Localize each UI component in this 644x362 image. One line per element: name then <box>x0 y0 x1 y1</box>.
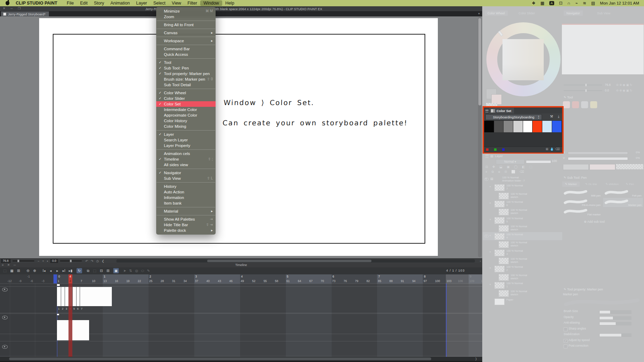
timeline-window-icons[interactable]: ≡ ✕ ─ <box>2 263 17 267</box>
document-tab[interactable]: Jerry-Rigged Storyboard* <box>1 12 49 16</box>
menu-item-color-set[interactable]: ✓Color Set <box>156 101 216 107</box>
onion-skin-icon[interactable]: ▣ <box>113 268 119 273</box>
ink-drop-icon[interactable]: 💧 <box>550 147 554 151</box>
timeline-ruler[interactable]: ▲▼ -101234567891471013161922252831343740… <box>0 274 482 283</box>
zoom-slider[interactable] <box>13 260 34 261</box>
menu-item-brush-size-marker-pen[interactable]: ⇧ 0Brush size: Marker pen <box>156 76 216 82</box>
menu-select[interactable]: Select <box>150 0 169 6</box>
menu-item-command-bar[interactable]: Command Bar <box>156 46 216 52</box>
menu-story[interactable]: Story <box>91 0 107 6</box>
dropbox-icon[interactable]: ❖ <box>532 1 536 5</box>
eye-icon[interactable] <box>2 316 8 319</box>
menu-item-palette-dock[interactable]: ▸Palette dock <box>156 228 216 233</box>
last-frame-icon[interactable]: ▸▮ <box>68 268 73 273</box>
playhead-column[interactable] <box>68 283 72 357</box>
window-controls[interactable]: ✕ ─ ❐ <box>3 7 23 10</box>
menu-item-layer-property[interactable]: Layer Property <box>156 143 216 148</box>
zoom-out-icon[interactable]: − <box>38 259 39 263</box>
mini-chip-2[interactable] <box>494 148 497 151</box>
menu-layer[interactable]: Layer <box>133 0 150 6</box>
eye-icon[interactable] <box>2 345 8 349</box>
menu-item-minimize[interactable]: ⌘ MMinimize <box>156 8 216 14</box>
mini-chip-3[interactable] <box>502 148 505 151</box>
reorder-icon[interactable]: ⇅ <box>128 268 133 273</box>
wrench-icon[interactable]: ⚒ <box>550 114 553 118</box>
menu-item-sub-tool-detail[interactable]: Sub Tool Detail <box>156 82 216 88</box>
menu-item-sub-view[interactable]: ⇧ LSub View <box>156 176 216 181</box>
menu-item-search-layer[interactable]: Search Layer <box>156 137 216 143</box>
menu-item-hide-title-bar[interactable]: ⇧ ⇥Hide Title Bar <box>156 222 216 228</box>
menu-animation[interactable]: Animation <box>107 0 133 6</box>
menu-item-navigator[interactable]: ✓Navigator <box>156 170 216 176</box>
headphones-icon[interactable]: ∩ <box>567 1 571 5</box>
zoom-in-icon[interactable]: + <box>42 259 44 263</box>
menu-file[interactable]: File <box>64 0 77 6</box>
zoom-out-icon[interactable]: ⊖ <box>25 268 31 273</box>
apple-menu-icon[interactable] <box>6 1 9 5</box>
rotation-value[interactable]: 0.0 <box>50 259 58 263</box>
undo-icon[interactable]: ↶ <box>85 259 88 263</box>
select-icon[interactable]: ⬚ <box>2 268 8 273</box>
menu-edit[interactable]: Edit <box>77 0 91 6</box>
stepper-icon[interactable]: ▲▼ <box>537 115 541 119</box>
first-frame-icon[interactable]: Ⅰ◂ <box>41 268 47 273</box>
menu-item-zoom[interactable]: Zoom <box>156 14 216 20</box>
new-cel-icon[interactable]: ⧉ <box>85 268 91 273</box>
zoom-value[interactable]: 76.8 <box>1 259 10 263</box>
window-layout-icon[interactable]: ▦ <box>540 1 544 5</box>
pencil-icon[interactable]: ✎ <box>146 268 151 273</box>
redo-icon[interactable]: ↷ <box>91 259 94 263</box>
palette-menu-icon[interactable] <box>485 109 489 112</box>
cursor-icon[interactable]: ➤ <box>122 268 128 273</box>
scroll-right-icon[interactable]: ❭ <box>475 357 477 361</box>
next-cel-icon[interactable]: ⊞ <box>105 268 111 273</box>
new-timeline-icon[interactable]: ▦ <box>9 268 15 273</box>
color-swatch-2[interactable] <box>494 121 504 132</box>
menu-item-intermediate-color[interactable]: Intermediate Color <box>156 107 216 112</box>
rotation-slider[interactable] <box>60 260 82 261</box>
cycle-icon[interactable]: ◎ <box>134 268 139 273</box>
menu-item-tool-property-marker-pen[interactable]: ✓Tool property: Marker pen <box>156 71 216 76</box>
color-swatch-8[interactable] <box>552 121 562 132</box>
menu-item-timeline[interactable]: ✓⇧ ;Timeline <box>156 156 216 162</box>
canvas-area[interactable]: Window ⟩ Color Set. Can create your own … <box>0 16 482 258</box>
menu-item-approximate-color[interactable]: Approximate Color <box>156 112 216 118</box>
menu-item-all-sides-view[interactable]: All sides view <box>156 162 216 168</box>
canvas-page[interactable]: Window ⟩ Color Set. Can create your own … <box>39 18 438 256</box>
prev-cel-icon[interactable]: ⊟ <box>99 268 104 273</box>
menu-item-item-bank[interactable]: Item bank <box>156 200 216 206</box>
menu-item-color-wheel[interactable]: ✓Color Wheel <box>156 90 216 96</box>
display-icon[interactable]: ⊡ <box>559 1 563 5</box>
add-timeline-icon[interactable]: ⊞ <box>16 268 21 273</box>
mini-chip-1[interactable] <box>486 148 489 151</box>
timeline-horizontal-scrollbar[interactable]: ❭ <box>0 357 482 361</box>
eye-icon[interactable] <box>2 288 8 291</box>
menu-item-sub-tool-pen[interactable]: ✓Sub Tool: Pen <box>156 65 216 71</box>
menu-item-canvas[interactable]: ▸Canvas <box>156 30 216 36</box>
stack-icon[interactable]: ▤ <box>591 1 595 5</box>
scroll-right-icon[interactable]: › <box>480 259 481 263</box>
menu-item-tool[interactable]: ✓Tool <box>156 60 216 65</box>
canvas-vertical-scrollbar[interactable] <box>478 17 482 257</box>
color-set-dropdown[interactable]: StoryboardingStoryboarding ▲▼ <box>485 114 542 120</box>
color-set-tab[interactable]: Color Set <box>489 108 514 113</box>
bluetooth-icon[interactable]: ⌁ <box>575 1 578 5</box>
menu-item-show-all-palettes[interactable]: ⇥Show All Palettes <box>156 216 216 222</box>
menu-item-quick-access[interactable]: Quick Access <box>156 52 216 57</box>
menu-item-color-slider[interactable]: ✓Color Slider <box>156 96 216 101</box>
color-swatch-7[interactable] <box>542 121 552 132</box>
menu-item-bring-all-to-front[interactable]: Bring All to Front <box>156 22 216 28</box>
import-icon[interactable]: ⤓ <box>558 114 559 119</box>
menu-item-material[interactable]: ▸Material <box>156 208 216 214</box>
menu-item-color-mixing[interactable]: Color Mixing <box>156 124 216 129</box>
menu-bar-clock[interactable]: Mon Jan 12 12:01 AM <box>600 1 639 5</box>
menu-item-layer[interactable]: ✓Layer <box>156 132 216 137</box>
menu-view[interactable]: View <box>169 0 184 6</box>
canvas-horizontal-scrollbar[interactable] <box>116 259 475 263</box>
time-icon[interactable]: ◷ <box>96 259 99 263</box>
color-swatch-1[interactable] <box>484 121 494 132</box>
ellipse-icon[interactable]: ⬭ <box>140 268 145 273</box>
zoom-in-icon[interactable]: ⊕ <box>32 268 37 273</box>
menu-help[interactable]: Help <box>222 0 238 6</box>
trash-icon[interactable]: ⌫ <box>555 147 560 151</box>
